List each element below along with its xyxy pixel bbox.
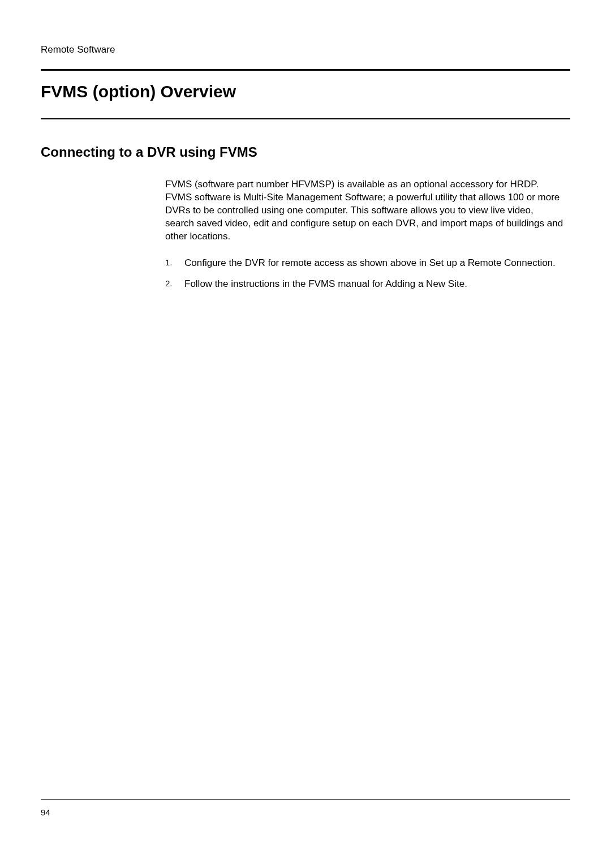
section-subtitle: Connecting to a DVR using FVMS <box>41 144 570 160</box>
steps-list: 1. Configure the DVR for remote access a… <box>165 257 565 291</box>
list-text: Configure the DVR for remote access as s… <box>184 257 565 270</box>
list-item: 2. Follow the instructions in the FVMS m… <box>165 278 565 291</box>
page-footer: 94 <box>41 799 570 817</box>
intro-paragraph: FVMS (software part number HFVMSP) is av… <box>165 178 565 243</box>
page-number: 94 <box>41 807 570 817</box>
title-block: FVMS (option) Overview <box>41 69 570 119</box>
list-item: 1. Configure the DVR for remote access a… <box>165 257 565 270</box>
list-number: 2. <box>165 278 184 291</box>
document-page: Remote Software FVMS (option) Overview C… <box>0 0 611 868</box>
body-content: FVMS (software part number HFVMSP) is av… <box>165 178 565 291</box>
page-header: Remote Software <box>41 44 570 55</box>
list-number: 1. <box>165 257 184 270</box>
main-title: FVMS (option) Overview <box>41 82 570 101</box>
list-text: Follow the instructions in the FVMS manu… <box>184 278 565 291</box>
footer-divider <box>41 799 570 800</box>
